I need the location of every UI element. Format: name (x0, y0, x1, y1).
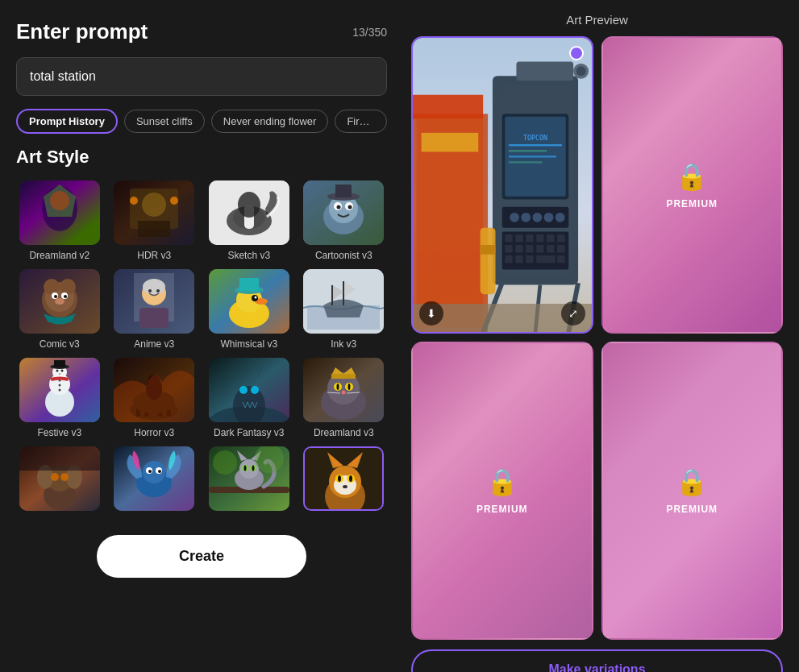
preview-cell-4[interactable]: 🔒 PREMIUM (601, 342, 784, 639)
svg-point-104 (158, 470, 161, 473)
svg-rect-51 (343, 281, 344, 305)
art-label-festive-v3: Festive v3 (37, 427, 81, 438)
svg-rect-175 (481, 245, 496, 255)
svg-point-86 (348, 384, 351, 390)
art-item-sketch-v3[interactable]: Sketch v3 (206, 180, 293, 261)
svg-point-32 (64, 295, 67, 298)
art-item-row4d[interactable] (301, 446, 388, 516)
svg-point-87 (342, 391, 346, 395)
svg-point-128 (349, 475, 352, 482)
art-item-comic-v3[interactable]: Comic v3 (16, 269, 103, 350)
svg-rect-141 (509, 150, 547, 151)
prompt-history-button[interactable]: Prompt History (16, 109, 118, 134)
svg-rect-142 (509, 156, 556, 157)
svg-point-115 (213, 450, 237, 475)
art-thumb-hdr-v3 (114, 180, 194, 245)
svg-rect-7 (138, 221, 170, 237)
prompt-input[interactable] (16, 57, 387, 96)
art-preview-title: Art Preview (411, 13, 783, 27)
svg-rect-97 (19, 446, 100, 471)
svg-point-100 (143, 461, 165, 483)
art-item-anime-v3[interactable]: Anime v3 (111, 269, 198, 350)
svg-rect-140 (509, 144, 562, 146)
svg-point-64 (58, 389, 60, 392)
svg-point-77 (239, 386, 248, 394)
art-label-dreamland-v2: Dreamland v2 (29, 250, 89, 261)
svg-rect-156 (557, 234, 564, 242)
history-tag-flower[interactable]: Never ending flower (211, 110, 329, 133)
art-label-whimsical-v3: Whimsical v3 (220, 338, 277, 350)
svg-rect-40 (139, 308, 169, 328)
svg-point-147 (532, 213, 542, 222)
make-variations-button[interactable]: Make variations (411, 649, 783, 672)
art-item-cartoonist-v3[interactable]: Cartoonist v3 (301, 180, 388, 261)
svg-rect-154 (536, 234, 543, 242)
art-item-festive-v3[interactable]: Festive v3 (16, 358, 103, 438)
svg-point-85 (337, 384, 339, 390)
history-tag-sunset[interactable]: Sunset cliffs (124, 110, 205, 133)
svg-point-170 (576, 66, 586, 76)
art-thumb-festive-v3 (19, 358, 100, 422)
art-label-comic-v3: Comic v3 (40, 338, 80, 350)
svg-point-114 (252, 466, 254, 471)
history-tag-fire[interactable]: Fire and w (335, 110, 387, 133)
art-item-row4a[interactable] (16, 446, 103, 516)
art-thumb-dark-fantasy-v3 (209, 358, 289, 422)
premium-label-2: PREMIUM (666, 198, 718, 209)
svg-rect-134 (413, 95, 483, 118)
svg-rect-163 (505, 255, 512, 263)
svg-rect-155 (547, 234, 554, 242)
preview-grid: TOPCON (411, 36, 783, 640)
svg-point-39 (156, 289, 160, 292)
svg-point-78 (251, 386, 259, 394)
art-thumb-dreamland-v2 (19, 180, 100, 245)
art-item-row4b[interactable] (111, 446, 198, 516)
svg-point-149 (556, 213, 565, 222)
art-item-ink-v3[interactable]: Ink v3 (301, 269, 388, 350)
left-panel: Enter prompt 13/350 Prompt History Sunse… (0, 0, 403, 672)
art-thumb-horror-v3 (114, 358, 194, 422)
art-label-cartoonist-v3: Cartoonist v3 (315, 250, 372, 261)
create-button[interactable]: Create (97, 535, 306, 578)
svg-point-37 (143, 279, 165, 295)
svg-point-14 (238, 192, 260, 218)
lock-icon-4: 🔒 (676, 467, 708, 497)
svg-point-31 (54, 295, 57, 298)
svg-rect-153 (526, 234, 533, 242)
art-thumb-whimsical-v3 (209, 269, 289, 334)
svg-point-21 (348, 205, 352, 209)
art-item-hdr-v3[interactable]: HDR v3 (111, 180, 198, 261)
svg-point-96 (60, 473, 69, 481)
svg-point-33 (55, 298, 65, 305)
svg-point-6 (142, 193, 166, 217)
preview-cell-2[interactable]: 🔒 PREMIUM (601, 36, 784, 334)
preview-cell-main[interactable]: TOPCON (411, 36, 593, 334)
svg-rect-158 (515, 245, 522, 252)
art-thumb-row4b (114, 446, 194, 511)
art-item-dark-fantasy-v3[interactable]: Dark Fantasy v3 (206, 358, 293, 438)
expand-button[interactable]: ⤢ (561, 301, 585, 326)
svg-rect-152 (515, 234, 522, 242)
lock-icon-3: 🔒 (486, 467, 518, 497)
art-thumb-comic-v3 (19, 269, 100, 334)
art-item-dreamland-v2[interactable]: Dreamland v2 (16, 180, 103, 261)
svg-point-38 (148, 289, 152, 292)
art-thumb-anime-v3 (114, 269, 194, 334)
svg-point-9 (170, 197, 178, 205)
svg-rect-160 (536, 245, 543, 252)
art-thumb-row4c (209, 446, 289, 511)
svg-rect-174 (481, 228, 496, 295)
svg-point-3 (50, 191, 69, 210)
preview-cell-3[interactable]: 🔒 PREMIUM (411, 342, 593, 639)
art-label-hdr-v3: HDR v3 (137, 250, 171, 261)
svg-point-20 (337, 205, 341, 209)
svg-point-148 (544, 213, 554, 222)
art-item-row4c[interactable] (206, 446, 293, 516)
art-item-whimsical-v3[interactable]: Whimsical v3 (206, 269, 293, 350)
svg-point-60 (60, 370, 63, 372)
art-item-dreamland-v3[interactable]: Dreamland v3 (301, 358, 388, 438)
art-item-horror-v3[interactable]: Horror v3 (111, 358, 198, 438)
lock-icon-2: 🔒 (676, 161, 708, 192)
art-label-dreamland-v3: Dreamland v3 (314, 427, 374, 438)
art-style-grid: Dreamland v2 (16, 180, 387, 516)
